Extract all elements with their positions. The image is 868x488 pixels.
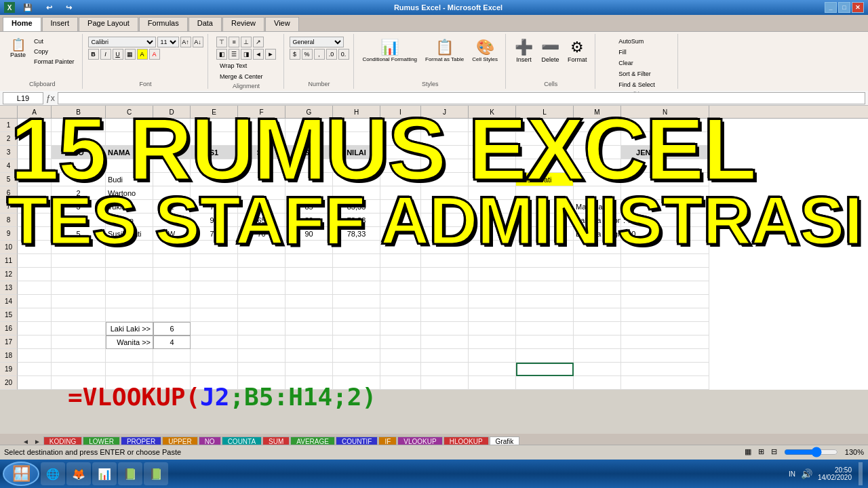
- format-btn[interactable]: ⚙ Format: [564, 37, 591, 65]
- cell-g8[interactable]: 80: [285, 214, 333, 227]
- decimal-increase-btn[interactable]: .0: [326, 49, 337, 60]
- cell-h8[interactable]: 78,33: [333, 214, 380, 227]
- cell-m1[interactable]: [574, 119, 621, 132]
- merge-center-btn[interactable]: Merge & Center: [216, 72, 267, 81]
- cell-d9[interactable]: W: [153, 227, 191, 241]
- cell-h2[interactable]: [333, 132, 380, 146]
- sheet-tab-nav-left[interactable]: ◄: [20, 438, 31, 445]
- underline-btn[interactable]: U: [113, 49, 123, 60]
- cell-n1[interactable]: [621, 119, 709, 132]
- cell-m5[interactable]: [574, 173, 621, 186]
- col-header-i[interactable]: I: [380, 106, 421, 118]
- normal-view-btn[interactable]: ▦: [745, 447, 751, 456]
- cell-l7[interactable]: [516, 200, 574, 214]
- col-header-d[interactable]: D: [153, 106, 191, 118]
- cell-h9[interactable]: 78,33: [333, 227, 380, 241]
- indent-decrease-btn[interactable]: ◄: [253, 49, 264, 60]
- cell-b4[interactable]: [52, 159, 106, 173]
- bold-btn[interactable]: B: [88, 49, 99, 60]
- cell-l2[interactable]: [516, 132, 574, 146]
- align-bottom-btn[interactable]: ⊥: [241, 37, 252, 47]
- cell-c6[interactable]: Wartono: [106, 186, 153, 200]
- indent-increase-btn[interactable]: ►: [265, 49, 276, 60]
- conditional-formatting-btn[interactable]: 📊 Conditional Formatting: [359, 37, 420, 64]
- cell-j6[interactable]: [421, 186, 469, 200]
- cell-a5[interactable]: [18, 173, 52, 186]
- cell-c9[interactable]: Susilowati: [106, 227, 153, 241]
- italic-btn[interactable]: I: [100, 49, 111, 60]
- align-center-btn[interactable]: ☰: [229, 49, 239, 60]
- cell-i9[interactable]: [380, 227, 421, 241]
- cell-h4[interactable]: [333, 159, 380, 173]
- cell-j5[interactable]: [421, 173, 469, 186]
- comma-btn[interactable]: ,: [314, 49, 325, 60]
- cell-f5[interactable]: [238, 173, 285, 186]
- cell-n6[interactable]: [621, 186, 709, 200]
- delete-btn[interactable]: ➖ Delete: [538, 37, 563, 65]
- cell-b7[interactable]: 3: [52, 200, 106, 214]
- cell-d2[interactable]: [153, 132, 191, 146]
- cell-i6[interactable]: [380, 186, 421, 200]
- cell-n9[interactable]: : 90: [621, 227, 709, 241]
- cell-f4[interactable]: [238, 159, 285, 173]
- taskbar-excel-1[interactable]: 📊: [92, 462, 117, 485]
- redo[interactable]: ↪: [66, 3, 72, 12]
- fill-color-btn[interactable]: A: [137, 49, 148, 60]
- quick-save[interactable]: 💾: [23, 3, 33, 12]
- cell-g2[interactable]: [285, 132, 333, 146]
- cell-l5[interactable]: Susilowati: [516, 173, 574, 186]
- cell-e2[interactable]: [191, 132, 238, 146]
- taskbar-excel-2[interactable]: 📗: [118, 462, 142, 485]
- cell-f1[interactable]: [238, 119, 285, 132]
- cell-f2[interactable]: [238, 132, 285, 146]
- col-header-a[interactable]: A: [18, 106, 52, 118]
- cell-a8[interactable]: [18, 214, 52, 227]
- cell-i5[interactable]: [380, 173, 421, 186]
- cell-j7[interactable]: [421, 200, 469, 214]
- cell-c2[interactable]: [106, 132, 153, 146]
- taskbar-show-desktop[interactable]: [859, 462, 863, 485]
- cell-i7[interactable]: [380, 200, 421, 214]
- col-header-g[interactable]: G: [285, 106, 333, 118]
- row-header-7[interactable]: 7: [0, 200, 18, 214]
- cell-g4[interactable]: [285, 159, 333, 173]
- cell-g9[interactable]: 90: [285, 227, 333, 241]
- col-header-j[interactable]: J: [421, 106, 469, 118]
- cell-k3[interactable]: [469, 146, 516, 159]
- cell-d3[interactable]: JK: [153, 146, 191, 159]
- cell-l1[interactable]: [516, 119, 574, 132]
- cell-a1[interactable]: [18, 119, 52, 132]
- cell-d4[interactable]: [153, 159, 191, 173]
- undo[interactable]: ↩: [46, 3, 52, 12]
- cell-l8[interactable]: [516, 214, 574, 227]
- cell-a6[interactable]: [18, 186, 52, 200]
- cell-c5[interactable]: Budi: [106, 173, 153, 186]
- font-name-select[interactable]: Calibri: [88, 37, 156, 47]
- cell-g7[interactable]: 85: [285, 200, 333, 214]
- orientation-btn[interactable]: ↗: [253, 37, 264, 47]
- cell-b6[interactable]: 2: [52, 186, 106, 200]
- cell-a9[interactable]: [18, 227, 52, 241]
- cell-e4[interactable]: [191, 159, 238, 173]
- tab-data[interactable]: Data: [189, 17, 222, 31]
- cell-k5[interactable]: [469, 173, 516, 186]
- cell-h7[interactable]: 83,33: [333, 200, 380, 214]
- cell-k1[interactable]: [469, 119, 516, 132]
- tab-view[interactable]: View: [265, 17, 299, 31]
- cell-b5[interactable]: 1: [52, 173, 106, 186]
- row-header-5[interactable]: 5: [0, 173, 18, 186]
- cell-f7[interactable]: 90: [238, 200, 285, 214]
- cell-a3[interactable]: [18, 146, 52, 159]
- cell-a2[interactable]: [18, 132, 52, 146]
- cell-f8[interactable]: 65: [238, 214, 285, 227]
- cell-e1[interactable]: [191, 119, 238, 132]
- laki-laki-label[interactable]: Laki Laki >>: [106, 322, 153, 336]
- cell-j2[interactable]: [421, 132, 469, 146]
- row-header-6[interactable]: 6: [0, 186, 18, 200]
- font-color-btn[interactable]: A: [149, 49, 160, 60]
- cell-e3[interactable]: S1: [191, 146, 238, 159]
- tab-page-layout[interactable]: Page Layout: [79, 17, 138, 31]
- percent-btn[interactable]: %: [302, 49, 313, 60]
- cell-b1[interactable]: [52, 119, 106, 132]
- cell-g3[interactable]: S3: [285, 146, 333, 159]
